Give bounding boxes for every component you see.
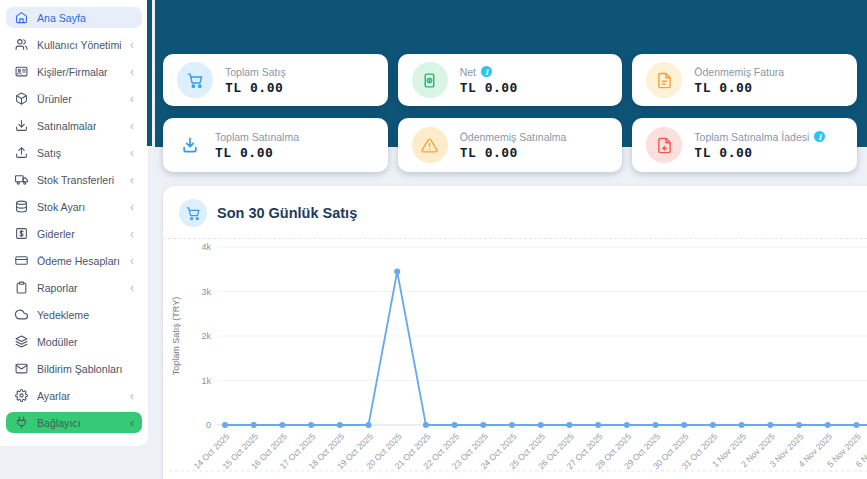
stat-label: Toplam Satış <box>225 66 286 78</box>
sidebar-item-label: Bildirim Şablonları <box>37 363 122 375</box>
home-icon <box>14 11 28 25</box>
plug-icon <box>14 416 28 430</box>
sidebar-scrollbar-thumb[interactable] <box>147 0 152 146</box>
truck-icon <box>14 173 28 187</box>
info-icon[interactable]: i <box>814 131 825 142</box>
stat-value: TL 0.00 <box>460 80 518 95</box>
sidebar-item-label: Kişiler/Firmalar <box>37 66 108 78</box>
dashboard-page: Ana Sayfa Kullanıcı Yönetimi ‹ Kişiler/F… <box>0 0 867 479</box>
upload-icon <box>14 146 28 160</box>
sidebar: Ana Sayfa Kullanıcı Yönetimi ‹ Kişiler/F… <box>0 0 148 446</box>
stat-card-toplam-satis: Toplam Satış TL 0.00 <box>163 54 388 106</box>
id-card-icon <box>14 65 28 79</box>
chevron-icon: ‹ <box>130 255 134 267</box>
sidebar-item-raporlar[interactable]: Raporlar ‹ <box>6 277 142 298</box>
download-icon <box>177 132 203 158</box>
sidebar-item-label: Satış <box>37 147 61 159</box>
stat-value: TL 0.00 <box>694 145 825 160</box>
stat-card-net: Neti TL 0.00 <box>398 54 623 106</box>
chevron-icon: ‹ <box>130 390 134 402</box>
sidebar-item-moduller[interactable]: Modüller <box>6 331 142 352</box>
stat-card-toplam-satinalma: Toplam Satınalma TL 0.00 <box>163 118 388 172</box>
chevron-icon: ‹ <box>130 39 134 51</box>
sales-chart-card: Son 30 Günlük Satış 01k2k3k4kToplam Satı… <box>163 186 867 479</box>
stat-label: Ödenmemiş Satınalma <box>460 131 567 143</box>
chart-title: Son 30 Günlük Satış <box>217 205 357 221</box>
sales-line-chart[interactable]: 01k2k3k4kToplam Satış (TRY)14 Oct 202515… <box>163 239 867 479</box>
chevron-icon: ‹ <box>130 417 134 429</box>
stat-value: TL 0.00 <box>694 80 784 95</box>
sidebar-item-label: Stok Ayarı <box>37 201 85 213</box>
sidebar-item-odeme-hesaplari[interactable]: Ödeme Hesapları ‹ <box>6 250 142 271</box>
sidebar-item-label: Bağlayıcı <box>37 417 81 429</box>
chevron-icon: ‹ <box>130 201 134 213</box>
clipboard-icon <box>14 281 28 295</box>
sidebar-item-stok-transferleri[interactable]: Stok Transferleri ‹ <box>6 169 142 190</box>
stat-card-toplam-satinalma-iadesi: Toplam Satınalma İadesii TL 0.00 <box>632 118 857 172</box>
sidebar-item-label: Ana Sayfa <box>37 12 86 24</box>
sidebar-item-label: Giderler <box>37 228 75 240</box>
svg-text:1k: 1k <box>201 376 211 386</box>
stat-value: TL 0.00 <box>225 80 286 95</box>
sidebar-item-satinalmalar[interactable]: Satınalmalar ‹ <box>6 115 142 136</box>
info-icon[interactable]: i <box>481 66 492 77</box>
sidebar-item-bildirim-sablonlari[interactable]: Bildirim Şablonları <box>6 358 142 379</box>
package-icon <box>14 92 28 106</box>
sidebar-item-label: Stok Transferleri <box>37 174 114 186</box>
stat-label: Neti <box>460 66 518 78</box>
chevron-icon: ‹ <box>130 228 134 240</box>
sidebar-item-label: Ayarlar <box>37 390 70 402</box>
sidebar-item-label: Ürünler <box>37 93 72 105</box>
sidebar-item-label: Raporlar <box>37 282 78 294</box>
sidebar-item-yedekleme[interactable]: Yedekleme <box>6 304 142 325</box>
sidebar-item-kullanici-yonetimi[interactable]: Kullanıcı Yönetimi ‹ <box>6 34 142 55</box>
sidebar-item-label: Satınalmalar <box>37 120 96 132</box>
stat-value: TL 0.00 <box>460 145 567 160</box>
stat-label: Toplam Satınalma <box>215 131 299 143</box>
sidebar-item-label: Modüller <box>37 336 78 348</box>
cart-icon <box>177 62 213 98</box>
alert-triangle-icon <box>412 127 448 163</box>
file-text-icon <box>646 62 682 98</box>
chevron-icon: ‹ <box>130 147 134 159</box>
svg-text:4k: 4k <box>201 242 211 252</box>
chart-header: Son 30 Günlük Satış <box>163 186 867 238</box>
sidebar-item-ana-sayfa[interactable]: Ana Sayfa <box>6 7 142 28</box>
layers-icon <box>14 335 28 349</box>
sidebar-item-stok-ayari[interactable]: Stok Ayarı ‹ <box>6 196 142 217</box>
cloud-icon <box>14 308 28 322</box>
chevron-icon: ‹ <box>130 93 134 105</box>
chevron-icon: ‹ <box>130 282 134 294</box>
banknote-icon <box>412 62 448 98</box>
users-icon <box>14 38 28 52</box>
mail-icon <box>14 362 28 376</box>
chevron-icon: ‹ <box>130 66 134 78</box>
stat-card-odenmemis-fatura: Ödenmemiş Fatura TL 0.00 <box>632 54 857 106</box>
sidebar-item-satis[interactable]: Satış ‹ <box>6 142 142 163</box>
sidebar-item-baglayici[interactable]: Bağlayıcı ‹ <box>6 412 142 433</box>
sidebar-item-ayarlar[interactable]: Ayarlar ‹ <box>6 385 142 406</box>
chevron-icon: ‹ <box>130 120 134 132</box>
chevron-icon: ‹ <box>130 174 134 186</box>
stat-label: Ödenmemiş Fatura <box>694 66 784 78</box>
svg-text:Toplam Satış (TRY): Toplam Satış (TRY) <box>171 297 181 375</box>
credit-card-icon <box>14 254 28 268</box>
svg-text:3k: 3k <box>201 287 211 297</box>
stat-label: Toplam Satınalma İadesii <box>694 131 825 143</box>
dollar-square-icon <box>14 227 28 241</box>
sidebar-item-giderler[interactable]: Giderler ‹ <box>6 223 142 244</box>
sidebar-item-label: Kullanıcı Yönetimi <box>37 39 121 51</box>
stat-value: TL 0.00 <box>215 145 299 160</box>
database-icon <box>14 200 28 214</box>
svg-text:0: 0 <box>206 420 211 430</box>
sidebar-item-label: Ödeme Hesapları <box>37 255 120 267</box>
sidebar-item-urunler[interactable]: Ürünler ‹ <box>6 88 142 109</box>
file-return-icon <box>646 127 682 163</box>
stat-card-odenmemis-satinalma: Ödenmemiş Satınalma TL 0.00 <box>398 118 623 172</box>
gear-icon <box>14 389 28 403</box>
svg-text:2k: 2k <box>201 331 211 341</box>
chart-body: 01k2k3k4kToplam Satış (TRY)14 Oct 202515… <box>163 238 867 479</box>
sidebar-item-label: Yedekleme <box>37 309 89 321</box>
sidebar-item-kisiler-firmalar[interactable]: Kişiler/Firmalar ‹ <box>6 61 142 82</box>
download-icon <box>14 119 28 133</box>
